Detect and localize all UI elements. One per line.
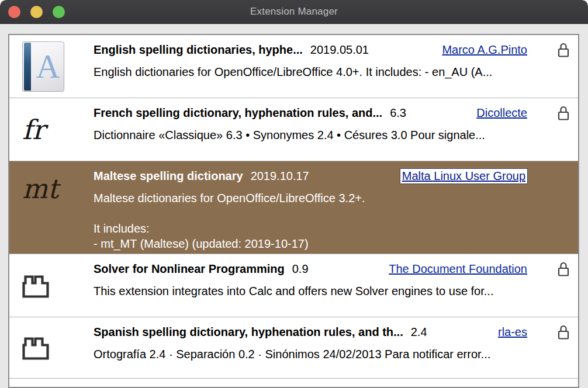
extension-package-icon (22, 335, 49, 360)
lock-icon (558, 261, 569, 277)
extension-description-line (94, 206, 578, 221)
mt-language-icon: mt (22, 175, 58, 202)
extension-title: Solver for Nonlinear Programming (94, 262, 285, 276)
extension-row-solver[interactable]: Solver for Nonlinear Programming 0.9 The… (9, 254, 578, 317)
extension-version: 2.4 (411, 325, 427, 339)
extension-version: 6.3 (390, 106, 406, 120)
publisher-link[interactable]: The Document Foundation (389, 262, 527, 276)
extension-description-line: Maltese dictionaries for OpenOffice/Libr… (94, 190, 578, 206)
extension-version: 2019.05.01 (310, 43, 369, 57)
extension-version: 2019.10.17 (251, 169, 309, 183)
extension-row-spanish[interactable]: Spanish spelling dictionary, hyphenation… (9, 317, 578, 379)
extension-description: Ortografía 2.4 · Separación 0.2 · Sinóni… (94, 347, 578, 362)
extension-description: This extension integrates into Calc and … (94, 283, 578, 299)
extension-version: 0.9 (292, 262, 309, 276)
extension-description: Dictionnaire «Classique» 6.3 • Synonymes… (94, 127, 578, 143)
fr-language-icon: fr (22, 116, 45, 143)
extension-title: Spanish spelling dictionary, hyphenation… (94, 325, 403, 339)
extension-row-french[interactable]: fr French spelling dictionary, hyphenati… (9, 98, 578, 161)
extension-title: Maltese spelling dictionary (94, 169, 243, 183)
window-title: Extension Manager (0, 0, 588, 23)
extension-title: English spelling dictionaries, hyphe... (94, 43, 303, 57)
publisher-link[interactable]: Dicollecte (476, 106, 527, 120)
book-a-icon: A (22, 41, 64, 92)
book-spine (24, 43, 31, 91)
extension-description-line: It includes: (94, 221, 578, 236)
extension-description: English dictionaries for OpenOffice/Libr… (94, 64, 578, 79)
publisher-link[interactable]: rla-es (498, 325, 527, 339)
lock-icon (558, 105, 569, 121)
publisher-link[interactable]: Malta Linux User Group (400, 169, 527, 183)
publisher-link[interactable]: Marco A.G.Pinto (442, 43, 527, 57)
lock-icon (558, 42, 569, 58)
titlebar[interactable]: Extension Manager (0, 0, 588, 24)
lock-icon (558, 324, 569, 340)
extension-list[interactable]: A English spelling dictionaries, hyphe..… (8, 34, 579, 388)
extension-title: French spelling dictionary, hyphenation … (94, 106, 382, 120)
extension-package-icon (22, 273, 49, 298)
extension-description-line: - mt_MT (Maltese) (updated: 2019-10-17) (94, 236, 578, 251)
extension-row-english[interactable]: A English spelling dictionaries, hyphe..… (9, 35, 578, 98)
extension-row-maltese-selected[interactable]: mt Maltese spelling dictionary 2019.10.1… (9, 161, 578, 254)
extension-manager-window: Extension Manager A English spelling dic… (0, 0, 588, 388)
book-letter: A (32, 48, 64, 85)
